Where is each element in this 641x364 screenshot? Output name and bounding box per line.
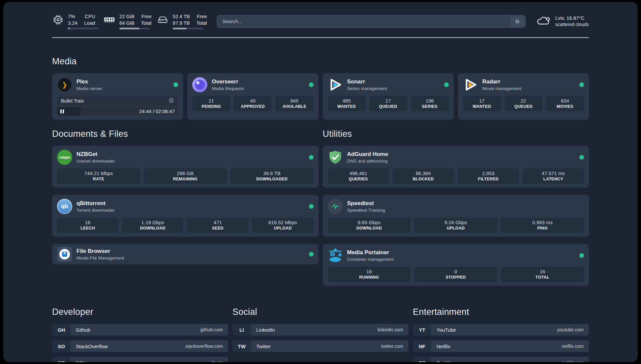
bookmark-twitter[interactable]: TW Twitter twitter.com (232, 340, 409, 352)
app-subtitle: Torrent downloader (76, 208, 115, 213)
app-card-filebrowser[interactable]: File Browser Media File Management (52, 244, 319, 264)
app-card-nzbget[interactable]: nzbget NZBGet Usenet downloader 744.21 M… (52, 146, 319, 188)
memory-free-value: 22 GiB (119, 13, 135, 20)
bookmark-netflix[interactable]: NF Netflix netflix.com (413, 340, 589, 352)
bookmark-linkedin[interactable]: LI LinkedIn linkedin.com (232, 324, 409, 336)
stat-value: 618.52 Mbps (253, 220, 312, 225)
adguard-shield-icon (328, 150, 343, 165)
stat-label: WANTED (329, 104, 364, 109)
stat-label: APPROVED (235, 104, 270, 109)
app-title: File Browser (76, 248, 124, 255)
playback-settings-icon[interactable] (168, 98, 174, 104)
stat-rate: 744.21 Mbps RATE (57, 168, 140, 184)
app-card-adguard[interactable]: AdGuard Home DNS and adblocking 498,461 … (323, 146, 589, 188)
stat-label: LEECH (58, 226, 117, 230)
app-card-plex[interactable]: ❯ Plex Media server Bullet Train (52, 73, 183, 120)
bookmark-url: github.com (200, 327, 223, 332)
app-subtitle: Movie management (482, 86, 522, 91)
playback-progress-bar[interactable]: 24:44 / 02:06:47 (57, 107, 178, 116)
bookmark-url: reddit.com (562, 360, 584, 362)
search-bar: G (217, 15, 526, 28)
stat-approved: 40 APPROVED (234, 96, 272, 111)
stat-queued: 17 QUEUED (369, 96, 407, 111)
stat-value: 39.6 TB (232, 170, 312, 176)
app-card-speedtest[interactable]: Speedtest Speedtest Tracking 9.65 Gbps D… (323, 195, 589, 237)
stat-value: 16 (502, 269, 583, 274)
bookmark-github[interactable]: GH Github github.com (52, 324, 228, 336)
section-title-media: Media (52, 56, 589, 67)
stat-label: QUERIES (329, 177, 388, 181)
pause-icon[interactable] (60, 109, 64, 113)
stat-label: TOTAL (502, 275, 583, 280)
stat-leech: 16 LEECH (57, 218, 118, 233)
sonarr-icon (328, 77, 343, 92)
app-subtitle: DNS and adblocking (347, 159, 388, 164)
status-dot (309, 252, 314, 257)
app-title: Speedtest (347, 200, 385, 207)
now-playing-title: Bullet Train (61, 98, 84, 104)
app-card-qbittorrent[interactable]: qb qBittorrent Torrent downloader 16 LEE… (52, 195, 319, 237)
cpu-stat: 7% 3.24 CPU Load (52, 13, 98, 29)
stat-value: 0.993 ms (502, 220, 583, 225)
bookmark-abbr: LI (232, 324, 251, 336)
stat-latency: 47.571 ms LATENCY (523, 168, 584, 184)
stat-value: 0 (415, 269, 496, 274)
stat-label: WANTED (464, 104, 500, 109)
bookmark-dev[interactable]: DT DEV dev.to (52, 357, 228, 362)
status-dot (579, 253, 584, 258)
bookmark-stackoverflow[interactable]: SO StackOverflow stackoverflow.com (52, 340, 228, 352)
dashboard: 7% 3.24 CPU Load (3, 2, 638, 362)
stat-value: 16 (58, 220, 117, 225)
section-title-social: Social (232, 307, 409, 317)
status-dot (173, 82, 178, 87)
stat-label: RATE (58, 177, 139, 181)
bookmark-youtube[interactable]: YT YouTube youtube.com (413, 324, 589, 336)
search-engine-button[interactable]: G (510, 16, 525, 27)
bookmark-name: LinkedIn (256, 327, 275, 333)
memory-free-label: Free (141, 13, 152, 20)
stat-downloaded: 39.6 TB DOWNLOADED (230, 168, 314, 184)
memory-progress-fill (119, 28, 139, 29)
storage-free-label: Free (197, 13, 207, 20)
system-stats: 7% 3.24 CPU Load (52, 13, 207, 29)
bookmark-abbr: RE (413, 357, 431, 362)
memory-total-value: 64 GiB (119, 20, 135, 26)
stat-queued: 22 QUEUED (504, 96, 542, 111)
stat-download: 1.19 Gbps DOWNLOAD (122, 218, 183, 233)
app-title: Overseerr (212, 78, 244, 85)
stat-label: LATENCY (524, 177, 583, 181)
stat-movies: 834 MOVIES (546, 96, 584, 111)
app-card-overseerr[interactable]: Overseerr Media Requests 21 PENDING 40 A… (187, 73, 318, 120)
cpu-load-label: Load (84, 20, 95, 26)
storage-total-label: Total (197, 20, 207, 26)
storage-free-value: 52.4 TB (173, 13, 190, 20)
stat-value: 21 (194, 98, 229, 104)
section-title-utilities: Utilities (323, 129, 589, 139)
stat-upload: 9.24 Gbps UPLOAD (414, 218, 497, 233)
stat-queries: 498,461 QUERIES (328, 168, 389, 184)
memory-progress-bar (119, 28, 150, 29)
stat-remaining: 266 GB REMAINING (144, 168, 227, 184)
bookmark-url: youtube.com (557, 327, 584, 332)
stat-value: 47.571 ms (524, 170, 583, 176)
stat-label: MOVIES (547, 104, 583, 109)
bookmark-abbr: SO (52, 340, 71, 352)
stat-total: 16 TOTAL (501, 267, 584, 282)
cpu-usage-label: CPU (85, 13, 95, 20)
app-subtitle: Container management (347, 257, 394, 262)
search-input[interactable] (217, 15, 510, 27)
bookmark-reddit[interactable]: RE Reddit reddit.com (413, 357, 589, 362)
app-card-portainer[interactable]: Media Portainer Container management 16 … (323, 244, 589, 286)
bookmark-abbr: YT (413, 324, 431, 336)
stat-label: FILTERED (459, 177, 518, 181)
header-divider (52, 37, 589, 38)
stat-label: DOWNLOADED (232, 177, 312, 181)
stat-value: 196 (412, 98, 447, 104)
app-subtitle: Media File Management (76, 256, 124, 260)
memory-stat: 22 GiB 64 GiB Free Total (104, 13, 152, 29)
weather-condition: scattered clouds (555, 21, 589, 28)
stat-value: 9.24 Gbps (415, 220, 496, 225)
app-card-radarr[interactable]: Radarr Movie management 17 WANTED 22 QUE… (458, 73, 589, 120)
app-card-sonarr[interactable]: Sonarr Series management 485 WANTED 17 Q… (323, 73, 454, 120)
stat-label: DOWNLOAD (123, 226, 182, 230)
